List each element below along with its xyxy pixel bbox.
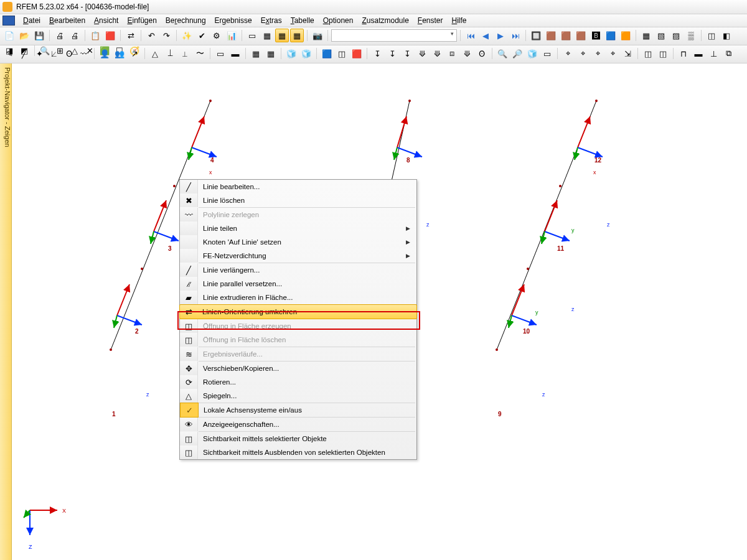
t2-24-icon[interactable]: ↧: [385, 47, 399, 60]
block-icon[interactable]: 🟥: [103, 29, 117, 42]
ctx-edit-line[interactable]: ╱Linie bearbeiten...: [180, 180, 416, 194]
menu-fenster[interactable]: Fenster: [413, 16, 448, 26]
ctx-visibility-selected[interactable]: ◫Sichtbarkeit mittels selektierter Objek…: [180, 432, 416, 446]
t2-34-icon[interactable]: ▭: [540, 47, 554, 60]
loadcase-dropdown[interactable]: [331, 29, 457, 42]
t2-10-icon[interactable]: △: [148, 47, 162, 60]
t2-42-icon[interactable]: ⊓: [677, 47, 690, 60]
t2-15-icon[interactable]: ▬: [228, 47, 242, 60]
menu-tabelle[interactable]: Tabelle: [286, 16, 319, 26]
b-icon[interactable]: 🟫: [544, 29, 558, 42]
print-icon[interactable]: 🖨: [53, 29, 67, 42]
ctx-visibility-hide[interactable]: ◫Sichtbarkeit mittels Ausblenden von sel…: [180, 446, 416, 459]
t2-1-icon[interactable]: ✎: [2, 47, 16, 60]
t2-16-icon[interactable]: ▦: [249, 47, 263, 60]
ctx-offset-line[interactable]: ⫽Linie parallel versetzen...: [180, 277, 416, 291]
ctx-delete-line[interactable]: ✖Linie löschen: [180, 194, 416, 207]
units-icon[interactable]: ⇄: [124, 29, 138, 42]
t2-8-icon[interactable]: 👥: [113, 47, 126, 60]
undo-icon[interactable]: ↶: [144, 29, 158, 42]
i-icon[interactable]: ▧: [654, 29, 668, 42]
copy-icon[interactable]: 📋: [88, 29, 102, 42]
res-icon[interactable]: 📊: [225, 29, 238, 42]
printv-icon[interactable]: 🖨: [68, 29, 82, 42]
t2-27-icon[interactable]: ⟱: [430, 47, 444, 60]
t2-38-icon[interactable]: ⌖: [606, 47, 619, 60]
t2-6-icon[interactable]: 〰: [77, 47, 91, 60]
nav1-icon[interactable]: ⏮: [464, 29, 477, 42]
t2-39-icon[interactable]: ⇲: [621, 47, 634, 60]
menu-zusatzmodule[interactable]: Zusatzmodule: [357, 16, 413, 26]
t2-9-icon[interactable]: ↗: [128, 47, 141, 60]
sel-icon[interactable]: ▭: [245, 29, 259, 42]
menu-extras[interactable]: Extras: [256, 16, 286, 26]
g-icon[interactable]: 🟧: [619, 29, 632, 42]
t2-45-icon[interactable]: ⧉: [721, 47, 735, 60]
menu-einfuegen[interactable]: Einfügen: [123, 16, 161, 26]
t2-2-icon[interactable]: ╱: [17, 47, 31, 60]
l-icon[interactable]: ◫: [705, 29, 718, 42]
m-icon[interactable]: ◧: [720, 29, 733, 42]
t2-11-icon[interactable]: ⟘: [163, 47, 177, 60]
ctx-display-props[interactable]: 👁Anzeigeeigenschaften...: [180, 418, 416, 431]
t2-28-icon[interactable]: ⧈: [445, 47, 459, 60]
t2-44-icon[interactable]: ⊥: [707, 47, 720, 60]
check-icon[interactable]: ✔: [195, 29, 209, 42]
t2-19-icon[interactable]: 🧊: [299, 47, 313, 60]
t2-26-icon[interactable]: ⟱: [415, 47, 429, 60]
save-icon[interactable]: 💾: [32, 29, 46, 42]
ctx-split-line[interactable]: Linie teilen▶: [180, 222, 416, 235]
menu-hilfe[interactable]: Hilfe: [448, 16, 471, 26]
tbl-icon[interactable]: ▦: [260, 29, 274, 42]
ctx-fe-mesh[interactable]: FE-Netzverdichtung▶: [180, 249, 416, 263]
redo-icon[interactable]: ↷: [159, 29, 173, 42]
t2-43-icon[interactable]: ▬: [692, 47, 705, 60]
c-icon[interactable]: 🟫: [559, 29, 573, 42]
menu-datei[interactable]: Datei: [19, 16, 45, 26]
t2-5-icon[interactable]: ʘ: [62, 47, 76, 60]
open-icon[interactable]: 📂: [17, 29, 31, 42]
ctx-mirror[interactable]: △Spiegeln...: [180, 389, 416, 403]
viewport[interactable]: Projekt-Navigator - Zeigen: [0, 63, 747, 560]
new-icon[interactable]: 📄: [2, 29, 16, 42]
app-logo-icon[interactable]: [2, 16, 15, 26]
t2-14-icon[interactable]: ▭: [214, 47, 227, 60]
grid2-icon[interactable]: ▦: [290, 29, 304, 42]
menu-berechnung[interactable]: Berechnung: [161, 16, 210, 26]
t2-21-icon[interactable]: ◫: [335, 47, 349, 60]
k-icon[interactable]: ▒: [684, 29, 698, 42]
ctx-node-on-line[interactable]: Knoten 'Auf Linie' setzen▶: [180, 235, 416, 249]
menu-ansicht[interactable]: Ansicht: [90, 16, 123, 26]
t2-35-icon[interactable]: ⌖: [561, 47, 575, 60]
cam-icon[interactable]: 📷: [311, 29, 324, 42]
menu-bearbeiten[interactable]: Bearbeiten: [45, 16, 90, 26]
t2-30-icon[interactable]: ʘ: [475, 47, 489, 60]
t2-36-icon[interactable]: ⌖: [576, 47, 590, 60]
t2-37-icon[interactable]: ⌖: [591, 47, 604, 60]
ctx-local-axes-toggle[interactable]: ✓Lokale Achsensysteme ein/aus: [180, 403, 416, 417]
menu-ergebnisse[interactable]: Ergebnisse: [210, 16, 256, 26]
t2-7-icon[interactable]: 👤: [98, 47, 111, 60]
t2-25-icon[interactable]: ↧: [400, 47, 414, 60]
t2-41-icon[interactable]: ◫: [656, 47, 670, 60]
menu-optionen[interactable]: Optionen: [319, 16, 358, 26]
t2-22-icon[interactable]: 🟥: [350, 47, 364, 60]
t2-20-icon[interactable]: 🟦: [320, 47, 334, 60]
a-icon[interactable]: 🔲: [529, 29, 543, 42]
calc-icon[interactable]: ⚙: [210, 29, 223, 42]
d-icon[interactable]: 🟫: [574, 29, 588, 42]
project-navigator-tab[interactable]: Projekt-Navigator - Zeigen: [0, 63, 12, 560]
f-icon[interactable]: 🟦: [604, 29, 618, 42]
grid1-icon[interactable]: ▦: [275, 29, 289, 42]
t2-29-icon[interactable]: ⟱: [460, 47, 474, 60]
t2-33-icon[interactable]: 🧊: [525, 47, 539, 60]
t2-3-icon[interactable]: ✦: [32, 47, 46, 60]
nav3-icon[interactable]: ▶: [494, 29, 507, 42]
ctx-reverse-orientation[interactable]: ⇄Linien-Orientierung umkehren: [179, 304, 417, 319]
t2-12-icon[interactable]: ⟂: [178, 47, 192, 60]
t2-32-icon[interactable]: 🔎: [510, 47, 524, 60]
t2-40-icon[interactable]: ◫: [641, 47, 655, 60]
ctx-extrude-line[interactable]: ▰Linie extrudieren in Fläche...: [180, 291, 416, 304]
ctx-rotate[interactable]: ⟳Rotieren...: [180, 375, 416, 389]
h-icon[interactable]: ▦: [639, 29, 653, 42]
